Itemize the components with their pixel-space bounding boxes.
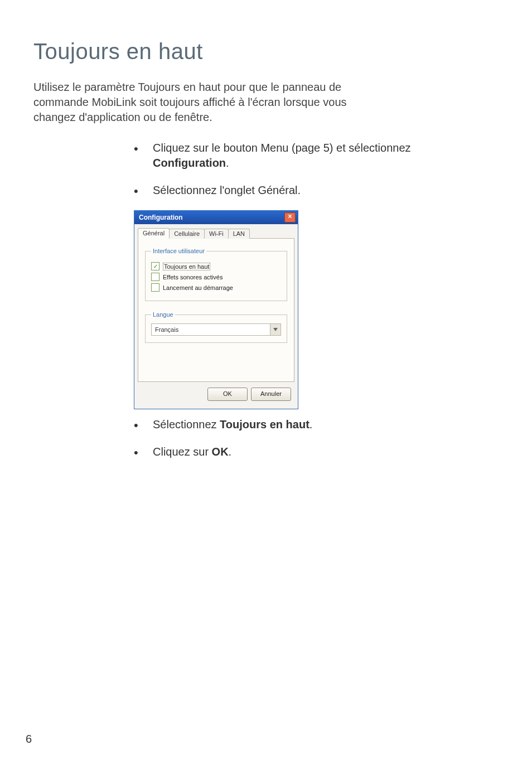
- instruction-step-1: Cliquez sur le bouton Menu (page 5) et s…: [134, 141, 446, 171]
- cancel-button[interactable]: Annuler: [251, 388, 291, 401]
- step3-bold: Toujours en haut: [220, 418, 309, 430]
- step1-suffix: .: [226, 157, 229, 169]
- svg-marker-0: [273, 328, 278, 331]
- group-interface-legend: Interface utilisateur: [151, 248, 206, 254]
- dialog-title: Configuration: [139, 214, 183, 221]
- tab-pane-general: Interface utilisateur ✓ Toujours en haut…: [138, 239, 294, 382]
- tab-strip: Général Cellulaire Wi-Fi LAN: [138, 228, 294, 239]
- close-button[interactable]: ×: [284, 212, 296, 222]
- close-icon: ×: [288, 212, 292, 220]
- checkbox-label: Toujours en haut: [163, 263, 210, 270]
- checkbox-icon: [151, 273, 159, 281]
- checkbox-row-lancement-demarrage[interactable]: Lancement au démarrage: [151, 283, 281, 292]
- group-langue-legend: Langue: [151, 311, 175, 318]
- tab-lan[interactable]: LAN: [228, 229, 250, 239]
- dialog-button-row: OK Annuler: [138, 382, 294, 403]
- instruction-list: Cliquez sur le bouton Menu (page 5) et s…: [33, 141, 446, 459]
- checkbox-row-effets-sonores[interactable]: Effets sonores activés: [151, 273, 281, 281]
- language-value: Français: [152, 326, 270, 333]
- checkbox-row-toujours-en-haut[interactable]: ✓ Toujours en haut: [151, 262, 281, 270]
- step4-prefix: Cliquez sur: [153, 446, 212, 458]
- checkbox-icon: [151, 283, 159, 292]
- instruction-step-4: Cliquez sur OK.: [134, 444, 446, 459]
- checkbox-label: Effets sonores activés: [163, 274, 223, 280]
- tab-wifi[interactable]: Wi-Fi: [204, 229, 229, 239]
- step1-bold: Configuration: [153, 157, 226, 169]
- step3-prefix: Sélectionnez: [153, 418, 220, 430]
- page-number: 6: [26, 733, 32, 746]
- ok-button[interactable]: OK: [207, 388, 248, 401]
- group-langue: Langue Français: [145, 311, 287, 343]
- tab-general[interactable]: Général: [138, 228, 170, 239]
- configuration-dialog: Configuration × Général Cellulaire Wi-Fi…: [134, 210, 298, 409]
- page-title: Toujours en haut: [33, 39, 499, 64]
- step4-suffix: .: [229, 446, 232, 458]
- dialog-titlebar: Configuration ×: [134, 211, 298, 224]
- chevron-down-icon: [270, 324, 280, 335]
- step1-prefix: Cliquez sur le bouton Menu (page 5) et s…: [153, 142, 411, 154]
- instruction-step-3: Sélectionnez Toujours en haut.: [134, 417, 446, 432]
- step3-suffix: .: [309, 418, 313, 430]
- tab-cellulaire[interactable]: Cellulaire: [169, 229, 205, 239]
- checkbox-icon: ✓: [151, 262, 159, 270]
- step4-bold: OK: [212, 446, 229, 458]
- intro-paragraph: Utilisez le paramètre Toujours en haut p…: [33, 80, 390, 125]
- dialog-body: Général Cellulaire Wi-Fi LAN Interface u…: [134, 224, 298, 409]
- group-interface-utilisateur: Interface utilisateur ✓ Toujours en haut…: [145, 248, 287, 301]
- configuration-dialog-figure: Configuration × Général Cellulaire Wi-Fi…: [134, 210, 298, 409]
- instruction-step-2: Sélectionnez l'onglet Général.: [134, 183, 446, 198]
- checkbox-label: Lancement au démarrage: [163, 284, 233, 291]
- language-dropdown[interactable]: Français: [151, 323, 281, 336]
